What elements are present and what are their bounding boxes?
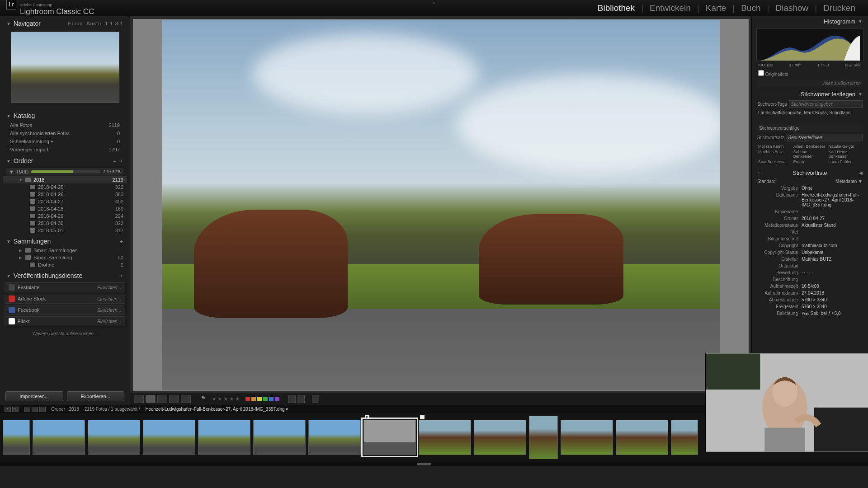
metadata-value[interactable]: 2018-04-27 [802,216,863,221]
thumbnail[interactable] [143,420,195,455]
thumbnail[interactable] [3,420,30,455]
metadata-value[interactable]: 27.04.2018 [802,291,863,296]
display-2[interactable]: 2 [12,407,19,412]
metadata-value[interactable]: 5760 × 3840 [802,304,863,309]
metadata-value[interactable]: Hochzeit-Ludwigshafen-Full-Benkesser-27.… [802,192,863,207]
module-buch[interactable]: Buch [735,3,767,13]
kw-suggestion[interactable]: Aileen Benkeeser [793,144,827,149]
smart-coll-group[interactable]: ▶Smart-Sammlungen [3,247,127,254]
histogram-header[interactable]: Histogramm▼ [755,16,865,27]
original-checkbox[interactable] [758,70,764,76]
survey-view-icon[interactable] [169,395,179,403]
histogram-display[interactable] [756,28,863,61]
thumbnail[interactable] [419,420,471,455]
folder-row[interactable]: 2018-04-25322 [3,183,127,191]
kw-suggestion[interactable]: Laura Pohlen [828,160,862,164]
export-button[interactable]: Exportieren... [67,391,125,401]
katalog-item[interactable]: Schnellsammlung +0 [3,137,127,145]
sammlungen-header[interactable]: ▼Sammlungen+ [3,236,127,247]
kw-suggestion[interactable]: Sabrina Benkeeser [793,150,827,159]
rotate-cw-icon[interactable] [297,395,305,403]
rotate-ccw-icon[interactable] [288,395,296,403]
prev-arrow-icon[interactable] [32,407,38,412]
thumbnail[interactable] [198,420,250,455]
metadata-value[interactable]: Matthias BUTZ [802,257,863,262]
thumbnail-selected[interactable]: P [363,420,416,455]
metadata-value[interactable]: · · · · · [802,270,863,275]
kw-suggestion[interactable]: Sina Benkeeser [758,160,792,164]
keywords-header[interactable]: Stichwörter festlegen▼ [755,89,865,99]
setup-link[interactable]: Einrichten... [97,319,121,324]
folder-row[interactable]: 2018-05-01317 [3,227,127,234]
module-diashow[interactable]: Diashow [769,3,815,13]
thumbnail[interactable] [308,420,361,455]
color-label[interactable] [251,397,256,401]
color-label[interactable] [275,397,279,401]
metadata-value[interactable]: 16:54:03 [802,284,863,289]
setup-link[interactable]: Einrichten... [97,308,121,313]
module-bibliothek[interactable]: Bibliothek [591,3,641,13]
metadata-value[interactable] [802,263,863,268]
thumbnail[interactable] [529,416,558,459]
metadata-value[interactable]: Unbekannt [802,250,863,255]
metadata-value[interactable] [802,209,863,214]
publish-service[interactable]: FlickrEinrichten... [5,316,125,326]
find-more-services[interactable]: Weitere Dienste online suchen... [3,328,127,340]
publish-add[interactable]: + [120,273,123,278]
kw-suggestion[interactable]: Emah [793,160,827,164]
thumbnail[interactable] [88,420,140,455]
folder-row[interactable]: 2018-04-29224 [3,212,127,220]
folder-row[interactable]: 2018-04-30322 [3,220,127,227]
ordner-tools[interactable]: – + [113,158,123,164]
navigator-preview[interactable] [11,32,119,103]
module-drucken[interactable]: Drucken [817,3,862,13]
kwlist-header[interactable]: +Stichwortliste◀ [755,168,865,178]
kw-suggestion[interactable]: Natalie Geiger [828,144,862,149]
folder-year[interactable]: ▼20182119 [3,176,127,183]
thumbnail[interactable] [561,420,613,455]
display-1[interactable]: 1 [5,407,11,412]
breadcrumb[interactable]: Ordner : 2018 [51,407,79,412]
module-karte[interactable]: Karte [699,3,732,13]
thumbnail[interactable] [33,420,85,455]
metadata-value[interactable] [802,236,863,241]
flag-pick-icon[interactable]: ⚑ [201,395,207,403]
reset-all-button[interactable]: Alles zurücksetzen [756,80,863,87]
metadata-value[interactable]: Aktuellster Stand [802,223,863,228]
setup-link[interactable]: Einrichten... [97,296,121,301]
next-arrow-icon[interactable] [39,407,46,412]
folder-row[interactable]: 2018-04-27402 [3,198,127,205]
ordner-header[interactable]: ▼Ordner– + [3,155,127,166]
sammlung-add[interactable]: + [120,239,123,244]
compare-view-icon[interactable] [157,395,167,403]
publish-header[interactable]: ▼Veröffentlichungsdienste+ [3,270,127,281]
navigator-header[interactable]: ▼ Navigator Einpa. Ausfü. 1:1 3:1 [3,18,127,29]
metadata-value[interactable]: ¹⁄₃₂₀ Sek. bei ƒ / 5,0 [802,311,863,316]
navigator-zoom[interactable]: Einpa. Ausfü. 1:1 3:1 [68,21,123,26]
color-label[interactable] [269,397,274,401]
metadata-value[interactable] [802,277,863,282]
katalog-item[interactable]: Vorheriger Import1797 [3,145,127,154]
current-filename[interactable]: Hochzeit-Ludwigshafen-Full-Benkesser-27.… [146,407,288,412]
keyword-input[interactable] [789,100,863,108]
import-button[interactable]: Importieren... [5,391,63,401]
kw-suggestion[interactable]: Matthias Butz [758,150,792,159]
people-view-icon[interactable] [181,395,191,403]
smart-coll[interactable]: ▶Smart-Sammlung20 [3,254,127,261]
kw-suggestion[interactable]: Karl-Heinz Benkeeser [828,150,862,159]
thumbnail[interactable] [253,420,306,455]
metadata-value[interactable] [802,230,863,235]
scroll-handle[interactable] [417,463,431,465]
thumbnail[interactable] [671,420,698,455]
loupe-view-icon[interactable] [146,395,156,403]
module-entwickeln[interactable]: Entwickeln [643,3,697,13]
filmstrip-scrollbar[interactable] [0,462,868,466]
grid-view-icon[interactable] [134,395,144,403]
color-label[interactable] [257,397,262,401]
thumbnail[interactable] [474,420,526,455]
kw-suggestion[interactable]: Melissa Kaeth [758,144,792,149]
rating-stars[interactable]: ★★★★★ [212,396,241,402]
color-label[interactable] [263,397,268,401]
publish-service[interactable]: FestplatteEinrichten... [5,282,125,292]
kw-set-select[interactable] [786,134,863,141]
